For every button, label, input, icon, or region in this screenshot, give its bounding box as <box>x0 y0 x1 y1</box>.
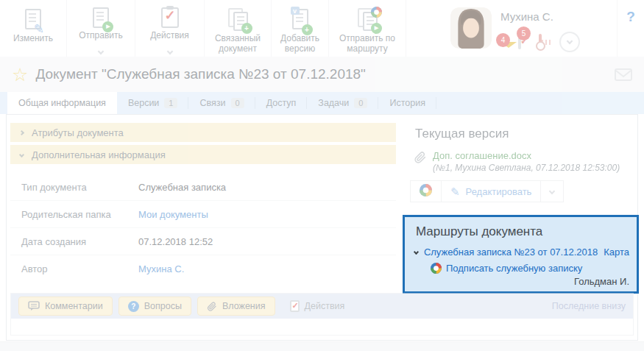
add-version-icon: v+ <box>292 6 308 32</box>
file-info: Доп. соглашение.docx (№1, Мухина Светлан… <box>433 150 620 173</box>
attachments-button[interactable]: Вложения <box>197 297 275 316</box>
tab-label: Общая информация <box>18 98 106 108</box>
tab-label: Доступ <box>266 98 297 108</box>
version-actions: ✎ Редактировать <box>410 180 635 202</box>
tab-links[interactable]: Связи0 <box>188 92 255 114</box>
tab-tasks[interactable]: Задачи0 <box>307 92 378 114</box>
comments-empty-area <box>11 319 633 335</box>
field-row-author: Автор Мухина С. <box>10 255 396 283</box>
tab-general-info[interactable]: Общая информация <box>7 92 117 114</box>
file-link[interactable]: Доп. соглашение.docx <box>433 150 620 161</box>
version-file-row: Доп. соглашение.docx (№1, Мухина Светлан… <box>414 150 635 173</box>
title-bar: ☆ Документ "Служебная записка №23 от 07.… <box>0 57 644 92</box>
chevron-down-icon <box>168 43 172 57</box>
comments-button[interactable]: Комментарии <box>18 297 113 316</box>
document-page: ✎ Изменить ▶ Отправить ✓ Действия + Связ… <box>0 0 644 351</box>
field-label: Тип документа <box>10 182 138 193</box>
author-link[interactable]: Мухина С. <box>138 263 184 274</box>
pencil-icon: ✎ <box>450 186 460 197</box>
chevron-down-icon <box>99 43 103 57</box>
document-tabs: Общая информация Версии1 Связи0 Доступ З… <box>0 92 644 114</box>
add-version-label: Добавить версию <box>272 33 328 54</box>
current-version-section: Текущая версия Доп. соглашение.docx (№1,… <box>410 127 635 202</box>
user-name[interactable]: Мухина С. <box>500 10 580 23</box>
paperclip-icon <box>207 301 217 312</box>
comments-block: Комментарии ? Вопросы Вложения ✓ Действи… <box>10 293 634 336</box>
help-button[interactable]: ? <box>617 0 644 57</box>
route-row: Служебная записка №23 от 07.12.2018 Карт… <box>414 247 629 258</box>
content-card: Атрибуты документа Дополнительная информ… <box>6 114 638 341</box>
comments-label: Комментарии <box>45 301 103 311</box>
field-row-parent-folder: Родительская папка Мои документы <box>10 201 396 228</box>
motiv-logo-icon <box>420 184 432 199</box>
actions-footer-label: Действия <box>305 301 345 311</box>
route-link[interactable]: Служебная записка №23 от 07.12.2018 <box>424 247 598 258</box>
route-expand-chevron-icon[interactable] <box>414 249 419 255</box>
main-toolbar: ✎ Изменить ▶ Отправить ✓ Действия + Связ… <box>0 0 644 57</box>
document-fields: Тип документа Служебная записка Родитель… <box>10 174 396 283</box>
linked-document-button[interactable]: + Связанный документ <box>205 0 272 57</box>
user-block: Мухина С. 4 ✓ 5 <box>450 7 580 52</box>
route-map-link[interactable]: Карта <box>604 247 629 258</box>
add-version-button[interactable]: v+ Добавить версию <box>272 0 329 57</box>
field-label: Автор <box>10 263 138 274</box>
page-footer-strip <box>0 341 644 351</box>
send-button[interactable]: ▶ Отправить <box>67 0 135 57</box>
edit-button[interactable]: ✎ Изменить <box>0 0 67 57</box>
send-route-button[interactable]: ▶ Отправить по маршруту <box>329 0 406 57</box>
send-route-icon: ▶ <box>358 6 378 32</box>
section-additional-label: Дополнительная информация <box>32 149 166 160</box>
version-menu-button[interactable] <box>541 180 564 202</box>
actions-checklist-icon: ✓ <box>161 6 179 29</box>
edit-version-label: Редактировать <box>466 186 532 197</box>
tab-history[interactable]: История <box>378 92 436 114</box>
field-label: Дата создания <box>10 236 138 247</box>
page-title: Документ "Служебная записка №23 от 07.12… <box>35 66 365 82</box>
paperclip-icon <box>414 150 427 173</box>
routes-title: Маршруты документа <box>416 224 629 239</box>
favorite-star-icon[interactable]: ☆ <box>12 65 28 84</box>
chevron-down-icon <box>549 188 555 194</box>
tab-access[interactable]: Доступ <box>255 92 308 114</box>
edit-document-icon: ✎ <box>25 6 41 32</box>
calendar-icon[interactable] <box>539 35 542 49</box>
tab-versions[interactable]: Версии1 <box>117 92 189 114</box>
tab-count-badge: 0 <box>354 98 367 108</box>
sort-order-toggle[interactable]: Последние внизу <box>552 301 626 311</box>
section-additional-info[interactable]: Дополнительная информация <box>10 145 396 164</box>
tab-label: Связи <box>199 98 225 108</box>
tab-label: История <box>389 98 425 108</box>
sign-action-link[interactable]: Подписать служебную записку <box>446 263 582 274</box>
edit-version-button[interactable]: ✎ Редактировать <box>442 180 541 202</box>
motiv-logo-icon <box>431 263 442 274</box>
questions-button[interactable]: ? Вопросы <box>118 297 191 316</box>
field-label: Родительская папка <box>10 209 138 220</box>
attachments-label: Вложения <box>222 301 266 311</box>
actions-button[interactable]: ✓ Действия <box>135 0 205 57</box>
question-circle-icon: ? <box>128 301 139 312</box>
motiv-logo-icon <box>371 7 382 21</box>
section-attributes-label: Атрибуты документа <box>32 127 124 138</box>
tab-label: Версии <box>128 98 159 108</box>
section-attributes[interactable]: Атрибуты документа <box>10 123 396 142</box>
route-assignee: Гольдман И. <box>414 276 629 287</box>
user-icons-row: 4 ✓ 5 <box>500 32 580 52</box>
field-row-doc-type: Тип документа Служебная записка <box>10 174 396 201</box>
open-in-motiv-button[interactable] <box>410 180 442 202</box>
user-menu-chevron-icon[interactable] <box>559 32 580 52</box>
parent-folder-link[interactable]: Мои документы <box>138 209 208 220</box>
tab-label: Задачи <box>318 98 349 108</box>
route-step-row: Подписать служебную записку <box>431 263 629 274</box>
user-info: Мухина С. 4 ✓ 5 <box>500 7 580 52</box>
send-by-mail-icon[interactable] <box>615 68 632 81</box>
avatar[interactable] <box>450 7 492 49</box>
actions-footer-button[interactable]: ✓ Действия <box>290 300 345 312</box>
chevron-down-icon <box>19 152 24 157</box>
chevron-right-icon <box>19 130 24 135</box>
file-meta: (№1, Мухина Светлана, 07.12.2018 12:53:0… <box>433 163 620 173</box>
doc-type-value: Служебная записка <box>138 182 226 193</box>
tab-count-badge: 0 <box>231 98 244 108</box>
tasks-icon[interactable]: ✓ 5 <box>518 35 521 49</box>
mail-count-badge: 4 <box>496 33 510 47</box>
actions-button-label: Действия <box>150 30 189 40</box>
